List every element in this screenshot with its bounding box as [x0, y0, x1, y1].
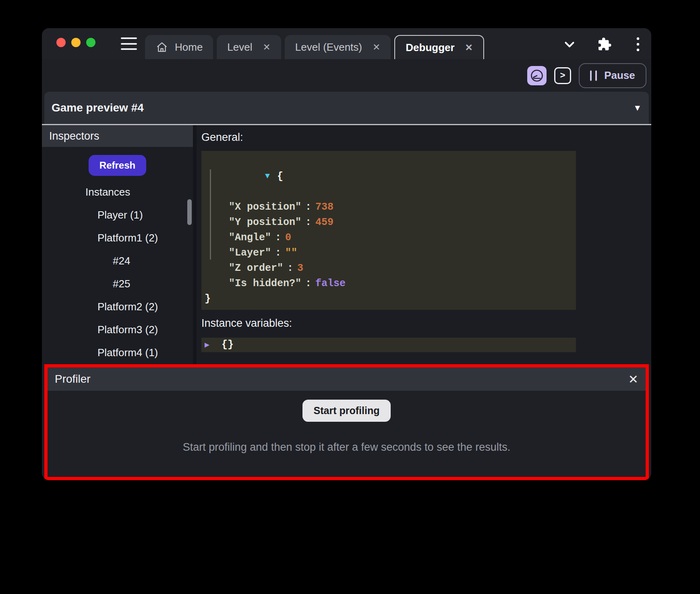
tree-item-instances[interactable]: Instances [42, 181, 193, 204]
close-tab-icon[interactable]: ✕ [263, 42, 271, 53]
close-tab-icon[interactable]: ✕ [373, 42, 380, 53]
game-preview-label: Game preview #4 [52, 101, 144, 114]
traffic-lights [56, 38, 95, 47]
title-bar: Home Level ✕ Level (Events) ✕ Debugger ✕ [42, 28, 651, 59]
tab-level-events[interactable]: Level (Events) ✕ [285, 35, 391, 59]
profiler-icon-button[interactable] [527, 66, 547, 85]
json-row-angle: "Angle":0 [205, 230, 576, 245]
tree-item-24[interactable]: #24 [42, 250, 193, 272]
tree-item-platform1[interactable]: Platform1 (2) [42, 227, 193, 250]
profiler-body: Start profiling Start profiling and then… [48, 391, 646, 477]
tree-item-platform2[interactable]: Platform2 (2) [42, 295, 193, 318]
debugger-toolbar: > Pause [42, 59, 651, 92]
tab-label: Level (Events) [295, 41, 362, 54]
speedometer-icon [530, 68, 544, 83]
tab-level[interactable]: Level ✕ [217, 35, 281, 59]
profiler-title: Profiler [55, 373, 91, 386]
tree-item-platform4[interactable]: Platform4 (1) [42, 341, 193, 364]
dropdown-arrow-icon[interactable]: ▼ [633, 103, 642, 113]
tab-label: Debugger [406, 41, 454, 54]
json-open-brace: { [277, 171, 283, 182]
instances-tree: Instances Player (1) Platform1 (2) #24 #… [42, 181, 193, 364]
debugger-content: Inspectors Refresh Instances Player (1) … [42, 125, 651, 364]
pause-label: Pause [604, 69, 635, 82]
zoom-window-button[interactable] [86, 38, 95, 47]
pause-button[interactable]: Pause [579, 63, 646, 88]
tab-bar: Home Level ✕ Level (Events) ✕ Debugger ✕ [145, 35, 484, 59]
home-icon [155, 41, 168, 54]
json-row-z-order: "Z order":3 [205, 261, 576, 276]
chevron-down-icon[interactable] [562, 37, 577, 52]
extensions-icon[interactable] [597, 37, 612, 52]
tab-debugger[interactable]: Debugger ✕ [394, 35, 484, 59]
pause-icon [590, 70, 597, 81]
inspectors-sidebar: Inspectors Refresh Instances Player (1) … [42, 125, 197, 364]
game-preview-selector[interactable]: Game preview #4 ▼ [44, 92, 649, 124]
general-json-view: ▼{ "X position":738 "Y position":459 "An… [201, 151, 576, 310]
tab-home[interactable]: Home [145, 35, 213, 59]
json-row-layer: "Layer":"" [205, 245, 576, 261]
profiler-hint: Start profiling and then stop it after a… [183, 441, 510, 454]
expander-open-icon[interactable]: ▼ [265, 169, 277, 184]
sidebar-scrollbar-thumb[interactable] [187, 199, 192, 225]
instance-variables-label: Instance variables: [201, 317, 651, 330]
tree-item-player[interactable]: Player (1) [42, 204, 193, 227]
json-row-is-hidden: "Is hidden?":false [205, 276, 576, 291]
app-window: Home Level ✕ Level (Events) ✕ Debugger ✕ [42, 28, 651, 480]
close-window-button[interactable] [56, 38, 66, 47]
inspector-detail: General: ▼{ "X position":738 "Y position… [197, 125, 651, 364]
tree-item-25[interactable]: #25 [42, 272, 193, 295]
console-button[interactable]: > [554, 67, 571, 84]
instance-variables-value: {} [222, 339, 234, 351]
start-profiling-button[interactable]: Start profiling [302, 400, 391, 422]
json-row-y-position: "Y position":459 [205, 215, 576, 230]
inspectors-body: Refresh Instances Player (1) Platform1 (… [42, 147, 193, 364]
title-bar-actions [562, 36, 641, 52]
json-row-x-position: "X position":738 [205, 200, 576, 215]
close-profiler-icon[interactable]: ✕ [628, 372, 638, 386]
expander-collapsed-icon[interactable]: ▶ [205, 340, 217, 350]
tab-label: Level [227, 41, 252, 54]
tree-item-platform3[interactable]: Platform3 (2) [42, 318, 193, 341]
menu-icon[interactable] [121, 37, 137, 50]
indent-guide [210, 169, 211, 260]
profiler-header: Profiler ✕ [48, 367, 646, 391]
minimize-window-button[interactable] [71, 38, 81, 47]
json-close-brace: } [205, 293, 211, 305]
instance-variables-view: ▶ {} [201, 338, 576, 352]
more-options-icon[interactable] [635, 36, 641, 52]
tab-label: Home [175, 41, 203, 54]
refresh-button[interactable]: Refresh [89, 155, 146, 176]
inspectors-header: Inspectors [42, 125, 193, 147]
general-section-label: General: [201, 131, 651, 144]
profiler-panel: Profiler ✕ Start profiling Start profili… [44, 364, 649, 480]
close-tab-icon[interactable]: ✕ [465, 42, 473, 53]
console-prompt-icon: > [560, 70, 565, 80]
